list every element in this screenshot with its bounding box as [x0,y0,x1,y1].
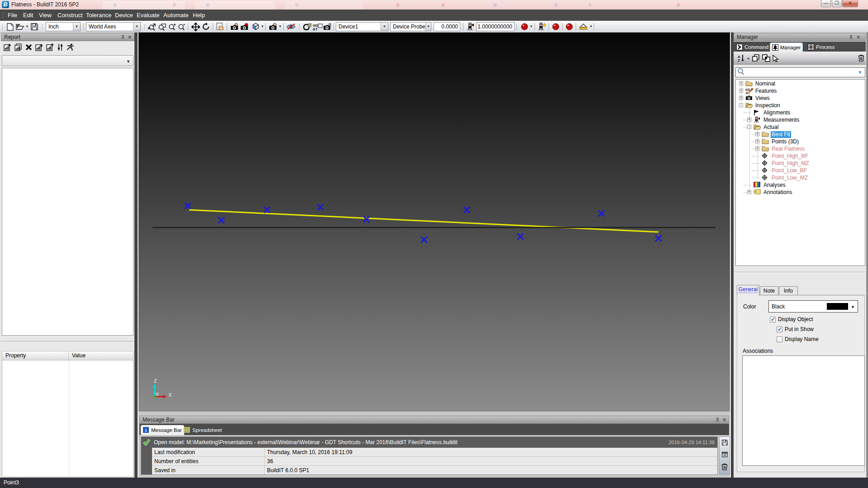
tree-item-measurements[interactable]: + Measurements [736,116,865,123]
reflector-dropdown-arrow[interactable]: ▼ [529,25,533,28]
chevron-down-icon[interactable]: ▼ [133,23,140,31]
tree-item-views[interactable]: + Views [736,95,865,102]
zoom-in-button[interactable] [167,23,176,31]
checkbox[interactable] [777,336,782,342]
property-column-header[interactable]: Property [2,351,69,360]
menu-item-device[interactable]: Device [115,9,133,21]
color-combobox[interactable]: Black ▼ [768,300,858,313]
toolbar-grip[interactable] [299,24,300,30]
3d-viewport[interactable]: ZYX [138,33,730,412]
tree-item-analyses[interactable]: Analyses [736,181,865,189]
report-combobox[interactable]: ▼ [2,55,134,66]
reflector3-button[interactable] [564,23,574,31]
menu-item-construct[interactable]: Construct [57,9,83,21]
tab-message-bar[interactable]: i Message Bar [141,425,184,435]
report-run-icon[interactable] [67,43,74,52]
report-delete-icon[interactable] [25,44,32,52]
checkbox-put-in-show[interactable]: Put in Show [777,326,814,332]
checkbox-display-object[interactable]: Display Object [770,316,813,322]
close-icon[interactable]: ✕ [127,34,133,40]
reflector-button[interactable] [520,23,529,31]
duplicate-icon[interactable] [762,54,770,63]
minimize-button[interactable]: — [821,0,831,7]
pin-icon[interactable]: ⊼ [848,34,854,40]
new-document-button[interactable] [5,23,14,31]
unit-combobox[interactable]: Inch▼ [46,22,81,31]
axes-combobox[interactable]: World Axes▼ [86,22,141,31]
tracker-button[interactable] [465,23,475,31]
left-splitter[interactable] [134,33,138,478]
view-cube-dropdown-arrow[interactable]: ▼ [261,25,264,28]
menu-item-automate[interactable]: Automate [163,9,189,21]
tab-manager[interactable]: Manager [770,43,803,52]
message-detail-row[interactable]: Last modification Thursday, March 10, 20… [152,448,718,457]
device-combobox[interactable]: Device1▼ [336,22,388,31]
clear-log-icon[interactable] [721,463,728,472]
property-table-body[interactable] [2,360,134,477]
tab-general[interactable]: General [737,285,759,295]
report-import-icon[interactable] [35,43,43,52]
menu-item-file[interactable]: File [8,9,17,21]
tree-item-alignments[interactable]: Alignments [736,109,865,116]
gdt-button[interactable]: GD&T [312,23,323,31]
tree-item-actual[interactable]: - Actual [736,123,865,131]
toolbar-grip[interactable] [2,24,3,30]
menu-item-tolerance[interactable]: Tolerance [86,9,111,21]
toolbar-grip[interactable] [144,24,145,30]
select-cursor-icon[interactable] [772,54,779,63]
tree-item-inspection[interactable]: - Inspection [736,102,865,109]
reflector2-button[interactable] [551,23,561,31]
rotate-button[interactable] [201,23,211,31]
trash-icon[interactable] [858,54,864,63]
camera-record-button[interactable] [239,23,249,31]
close-button[interactable]: ✕ [842,0,858,7]
snapshot-button[interactable] [268,23,278,31]
tab-note[interactable]: Note [760,286,778,295]
message-row[interactable]: Open model: M:\Marketing\Presentations -… [141,437,717,448]
zoom-window-button[interactable] [157,23,167,31]
camera-view-button[interactable] [229,23,239,31]
copy-icon[interactable] [752,54,760,63]
toolbar-grip[interactable] [42,24,43,30]
maximize-button[interactable]: ❐ [832,0,842,7]
report-export-icon[interactable] [46,43,54,52]
tab-spreadsheet[interactable]: Spreadsheet [181,425,224,435]
view-cube-button[interactable] [250,23,260,31]
chevron-down-icon[interactable]: ▼ [73,23,80,31]
tree-item-nominal[interactable]: + Nominal [736,80,865,87]
menu-item-help[interactable]: Help [193,9,205,21]
menu-item-edit[interactable]: Edit [23,9,33,21]
close-icon[interactable]: ✕ [721,417,727,423]
tracker-target-button[interactable] [536,23,547,31]
probe-combobox[interactable]: Device Probe▼ [390,22,431,31]
open-button[interactable] [15,23,24,31]
menu-item-evaluate[interactable]: Evaluate [137,9,160,21]
close-icon[interactable]: ✕ [855,34,861,40]
menu-grip[interactable] [2,12,4,19]
pin-icon[interactable]: ⊼ [715,417,720,423]
chevron-down-icon[interactable]: ▼ [381,23,388,31]
camera-list-button[interactable] [322,23,332,31]
message-detail-row[interactable]: Saved in BuildIT 6.0.0 SP1 [152,466,718,475]
color-map-button[interactable] [302,23,312,31]
search-dropdown-arrow[interactable]: ▼ [858,70,865,75]
level-dropdown-arrow[interactable]: ▼ [589,25,592,28]
zoom-extents-button[interactable] [148,23,157,31]
zoom-out-button[interactable] [177,23,186,31]
tab-info[interactable]: Info [779,286,798,295]
report-settings-icon[interactable] [57,43,63,52]
checkbox[interactable] [770,317,776,322]
tree-item-features[interactable]: + GD&T Features [736,87,865,95]
save-log-icon[interactable] [722,440,728,447]
snapshot-dropdown-arrow[interactable]: ▼ [278,25,281,28]
chevron-down-icon[interactable]: ▼ [425,23,431,31]
level-button[interactable] [578,23,589,31]
select-hand-button[interactable] [215,23,225,31]
pin-icon[interactable]: ⊼ [120,34,126,40]
pan-button[interactable] [191,23,200,31]
associations-list[interactable] [742,355,865,466]
scale-field[interactable]: 1.0000000000 [476,22,515,31]
report-copy-icon[interactable] [14,43,22,52]
sort-az-icon[interactable]: AZ [738,54,745,63]
report-log-icon[interactable] [722,452,728,459]
